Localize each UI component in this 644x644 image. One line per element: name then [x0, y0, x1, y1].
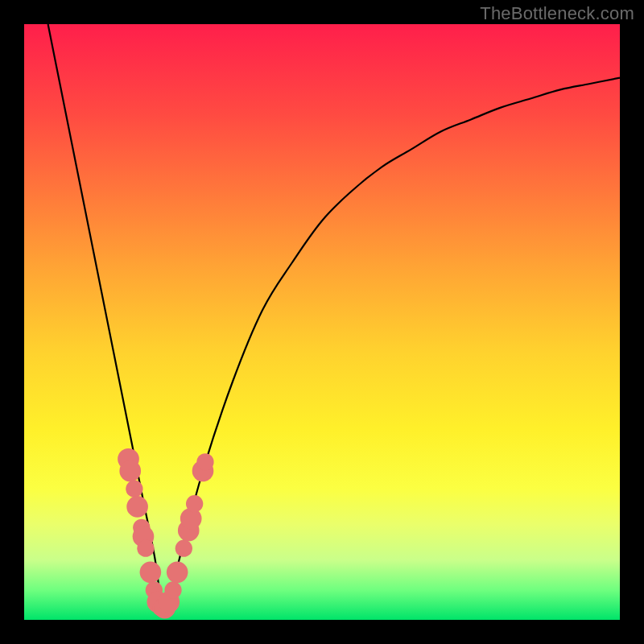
marker-group: [118, 448, 213, 619]
data-marker: [126, 496, 148, 518]
data-marker: [196, 453, 213, 470]
data-marker: [164, 581, 181, 598]
bottleneck-curve: [48, 24, 620, 612]
data-marker: [140, 561, 162, 583]
chart-svg: [24, 24, 620, 620]
data-marker: [119, 460, 141, 482]
chart-frame: TheBottleneck.com: [0, 0, 644, 644]
plot-area: [24, 24, 620, 620]
data-marker: [126, 481, 142, 497]
data-marker: [167, 561, 188, 583]
data-marker: [137, 540, 154, 557]
watermark-text: TheBottleneck.com: [480, 3, 634, 24]
data-marker: [175, 540, 192, 557]
data-marker: [186, 495, 203, 512]
